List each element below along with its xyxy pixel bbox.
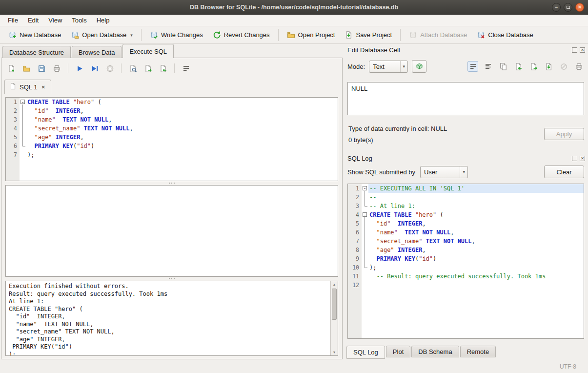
execute-all-icon[interactable] — [74, 62, 85, 74]
results-message: Execution finished without errors. Resul… — [6, 281, 338, 356]
fold-gutter — [362, 219, 368, 228]
word-wrap-icon[interactable] — [467, 61, 478, 72]
tab-database-structure[interactable]: Database Structure — [2, 46, 71, 58]
code-text: CREATE TABLE "hero" ( — [26, 98, 338, 106]
revert-changes-button[interactable]: Revert Changes — [208, 28, 274, 41]
scrollbar[interactable]: ▲ ▼ — [330, 281, 338, 355]
left-panel: Database StructureBrowse DataExecute SQL… — [0, 44, 344, 360]
minimize-button[interactable]: – — [552, 3, 561, 12]
execute-current-line-icon[interactable] — [89, 62, 101, 74]
close-tab-icon[interactable]: ✕ — [40, 84, 46, 90]
fold-gutter — [362, 272, 368, 281]
code-line: 6 PRIMARY KEY("id") — [6, 142, 338, 150]
code-text: "age" INTEGER, — [26, 133, 338, 142]
word-wrap-icon[interactable] — [180, 62, 192, 74]
write-changes-icon — [150, 31, 158, 39]
open-sql-file-icon[interactable] — [20, 62, 32, 74]
results-grid[interactable] — [5, 185, 338, 277]
open-database-button[interactable]: Open Database▾ — [66, 28, 137, 41]
open-project-icon — [287, 31, 295, 39]
float-panel-icon[interactable] — [572, 47, 577, 53]
save-icon[interactable] — [543, 61, 554, 72]
menu-tools[interactable]: Tools — [67, 15, 91, 26]
results-message-area[interactable]: Execution finished without errors. Resul… — [5, 281, 338, 356]
write-changes-button[interactable]: Write Changes — [145, 28, 207, 41]
align-icon[interactable] — [483, 61, 493, 72]
fold-collapse-icon[interactable]: - — [20, 100, 25, 104]
code-line: 3 "name" TEXT NOT NULL, — [6, 115, 338, 124]
sql-file-icon — [9, 83, 17, 91]
fold-gutter — [20, 124, 26, 133]
code-text: "age" INTEGER, — [368, 246, 584, 254]
print-icon[interactable] — [573, 61, 584, 72]
fold-collapse-icon[interactable]: - — [363, 186, 367, 190]
cell-content-editor[interactable]: NULL — [347, 82, 584, 115]
code-text: PRIMARY KEY("id") — [368, 254, 584, 263]
tab-sql-log[interactable]: SQL Log — [346, 346, 385, 359]
auto-switch-mode-button[interactable] — [412, 60, 426, 73]
code-line: 7); — [6, 150, 338, 159]
open-project-button[interactable]: Open Project — [283, 28, 340, 41]
fold-gutter: - — [362, 210, 368, 219]
tab-sql-1[interactable]: SQL 1 ✕ — [4, 80, 51, 94]
scrollbar-thumb[interactable] — [332, 289, 337, 320]
splitter-handle[interactable] — [5, 182, 338, 185]
dropdown-caret-icon[interactable]: ▾ — [130, 33, 133, 38]
cell-editor-toolbar: Mode: Text ▾ — [347, 60, 584, 73]
tab-plot[interactable]: Plot — [386, 346, 410, 357]
menu-edit[interactable]: Edit — [23, 15, 43, 26]
import-sql-icon[interactable] — [157, 62, 169, 74]
fold-gutter — [20, 115, 26, 124]
close-button[interactable]: ✕ — [575, 3, 584, 12]
code-line: 6 "name" TEXT NOT NULL, — [348, 228, 584, 237]
save-project-button[interactable]: Save Project — [340, 28, 396, 41]
close-panel-icon[interactable]: ✕ — [580, 156, 585, 161]
tab-browse-data[interactable]: Browse Data — [72, 46, 122, 58]
close-panel-icon[interactable]: ✕ — [580, 47, 585, 53]
sql-log-title: SQL Log — [347, 155, 372, 162]
encoding-indicator: UTF-8 — [560, 363, 576, 370]
tab-remote[interactable]: Remote — [460, 346, 496, 357]
code-text: ); — [26, 150, 338, 159]
window-controls: – ✕ — [552, 3, 584, 12]
chevron-down-icon: ▾ — [460, 166, 467, 178]
new-tab-icon[interactable] — [5, 62, 17, 74]
fold-gutter — [362, 237, 368, 246]
titlebar[interactable]: DB Browser for SQLite - /home/user/code/… — [0, 0, 588, 15]
import-icon[interactable] — [513, 61, 524, 72]
main-tab-bar: Database StructureBrowse DataExecute SQL — [2, 44, 344, 58]
fold-collapse-icon[interactable]: - — [363, 212, 367, 217]
find-replace-icon[interactable] — [127, 62, 139, 74]
code-line: 5 "id" INTEGER, — [348, 219, 584, 228]
toolbar-button-label: Open Project — [298, 31, 335, 39]
export-sql-icon[interactable] — [142, 62, 154, 74]
maximize-button[interactable] — [564, 3, 572, 12]
copy-icon[interactable] — [498, 61, 508, 72]
toolbar-button-label: Write Changes — [161, 31, 203, 39]
tab-db-schema[interactable]: DB Schema — [411, 346, 459, 357]
scroll-up-icon[interactable]: ▲ — [331, 281, 338, 288]
attach-database-button: Attach Database — [405, 28, 471, 41]
line-number: 1 — [348, 184, 362, 193]
toolbar-button-label: Open Database — [82, 31, 126, 39]
menu-help[interactable]: Help — [92, 15, 115, 26]
new-database-icon — [8, 31, 17, 39]
sql-log-view[interactable]: 1--- EXECUTING ALL IN 'SQL 1'2--3-- At l… — [347, 184, 584, 339]
new-database-button[interactable]: New Database — [4, 28, 65, 41]
splitter-handle[interactable] — [5, 277, 338, 280]
export-icon[interactable] — [528, 61, 539, 72]
print-icon[interactable] — [51, 62, 62, 74]
submitted-by-select[interactable]: User ▾ — [420, 166, 468, 178]
mode-select[interactable]: Text ▾ — [369, 61, 408, 73]
clear-log-button[interactable]: Clear — [544, 166, 584, 178]
menu-view[interactable]: View — [43, 15, 67, 26]
sql-editor[interactable]: 1-CREATE TABLE "hero" (2 "id" INTEGER,3 … — [5, 97, 338, 181]
save-sql-file-icon[interactable] — [36, 62, 47, 74]
tab-execute-sql[interactable]: Execute SQL — [122, 44, 174, 58]
float-panel-icon[interactable] — [572, 156, 577, 161]
code-text — [368, 281, 584, 290]
fold-gutter — [362, 254, 368, 263]
close-database-button[interactable]: Close Database — [472, 28, 538, 41]
scroll-down-icon[interactable]: ▼ — [331, 349, 338, 355]
menu-file[interactable]: File — [3, 15, 23, 26]
